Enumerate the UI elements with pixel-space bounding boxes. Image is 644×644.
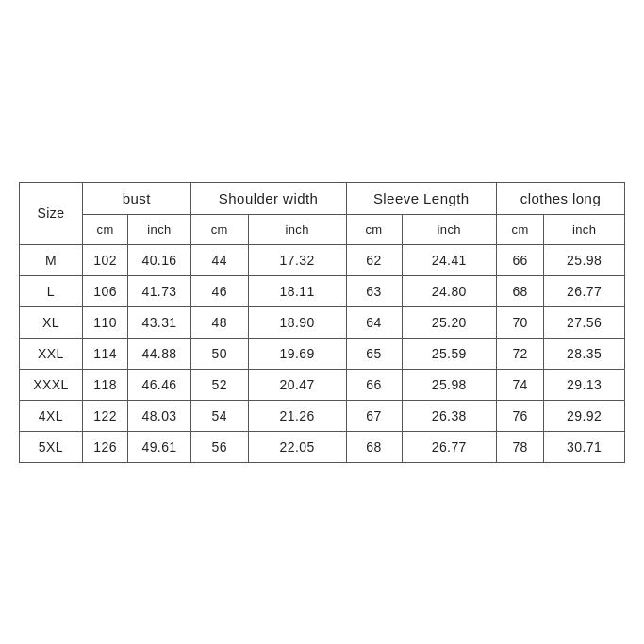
bust-header: bust [82,182,190,214]
bust-inch-cell: 46.46 [128,369,190,400]
table-row: 4XL12248.035421.266726.387629.92 [20,400,625,431]
clothes-long-header: clothes long [496,182,624,214]
table-row: M10240.164417.326224.416625.98 [20,244,625,275]
sleeve-inch-cell: 25.20 [402,306,496,338]
table-row: L10641.734618.116324.806826.77 [20,275,625,306]
shoulder-header: Shoulder width [190,182,346,214]
shoulder-inch-cell: 20.47 [248,369,346,400]
shoulder-cm-cell: 46 [190,275,248,306]
sleeve-inch-cell: 24.80 [402,275,496,306]
sleeve-inch-cell: 25.98 [402,369,496,400]
clothes-inch-header: inch [544,214,625,244]
bust-cm-cell: 118 [82,369,127,400]
bust-inch-cell: 43.31 [128,306,190,338]
bust-cm-header: cm [82,214,127,244]
size-cell: XL [20,306,83,338]
table-row: XL11043.314818.906425.207027.56 [20,306,625,338]
sleeve-cm-cell: 65 [346,338,402,369]
header-row-groups: Size bust Shoulder width Sleeve Length c… [20,182,625,214]
clothes-inch-cell: 30.71 [544,431,625,462]
clothes-cm-cell: 66 [496,244,543,275]
bust-inch-cell: 48.03 [128,400,190,431]
clothes-cm-header: cm [496,214,543,244]
table-row: 5XL12649.615622.056826.777830.71 [20,431,625,462]
shoulder-inch-cell: 18.90 [248,306,346,338]
table-row: XXL11444.885019.696525.597228.35 [20,338,625,369]
shoulder-inch-cell: 19.69 [248,338,346,369]
sleeve-header: Sleeve Length [346,182,496,214]
sleeve-cm-cell: 67 [346,400,402,431]
size-cell: 5XL [20,431,83,462]
clothes-cm-cell: 70 [496,306,543,338]
shoulder-inch-cell: 18.11 [248,275,346,306]
shoulder-cm-cell: 56 [190,431,248,462]
table-row: XXXL11846.465220.476625.987429.13 [20,369,625,400]
bust-inch-cell: 40.16 [128,244,190,275]
bust-cm-cell: 122 [82,400,127,431]
size-cell: L [20,275,83,306]
shoulder-cm-cell: 50 [190,338,248,369]
shoulder-inch-cell: 17.32 [248,244,346,275]
size-table-body: M10240.164417.326224.416625.98L10641.734… [20,244,625,462]
clothes-cm-cell: 78 [496,431,543,462]
size-cell: XXL [20,338,83,369]
shoulder-inch-header: inch [248,214,346,244]
bust-inch-cell: 49.61 [128,431,190,462]
shoulder-cm-cell: 52 [190,369,248,400]
bust-cm-cell: 102 [82,244,127,275]
shoulder-cm-header: cm [190,214,248,244]
clothes-inch-cell: 28.35 [544,338,625,369]
bust-inch-header: inch [128,214,190,244]
size-cell: XXXL [20,369,83,400]
size-chart-wrapper: Size bust Shoulder width Sleeve Length c… [0,163,644,482]
shoulder-cm-cell: 54 [190,400,248,431]
size-chart-table: Size bust Shoulder width Sleeve Length c… [19,182,625,463]
size-cell: 4XL [20,400,83,431]
sleeve-inch-header: inch [402,214,496,244]
bust-inch-cell: 41.73 [128,275,190,306]
clothes-inch-cell: 26.77 [544,275,625,306]
shoulder-inch-cell: 22.05 [248,431,346,462]
sleeve-inch-cell: 26.38 [402,400,496,431]
clothes-cm-cell: 74 [496,369,543,400]
clothes-cm-cell: 68 [496,275,543,306]
sleeve-inch-cell: 24.41 [402,244,496,275]
bust-cm-cell: 106 [82,275,127,306]
clothes-inch-cell: 29.13 [544,369,625,400]
sleeve-cm-header: cm [346,214,402,244]
sleeve-cm-cell: 66 [346,369,402,400]
clothes-cm-cell: 76 [496,400,543,431]
sleeve-cm-cell: 64 [346,306,402,338]
sleeve-cm-cell: 68 [346,431,402,462]
shoulder-cm-cell: 44 [190,244,248,275]
clothes-cm-cell: 72 [496,338,543,369]
bust-cm-cell: 126 [82,431,127,462]
sleeve-cm-cell: 63 [346,275,402,306]
bust-cm-cell: 114 [82,338,127,369]
sleeve-inch-cell: 26.77 [402,431,496,462]
bust-inch-cell: 44.88 [128,338,190,369]
sleeve-inch-cell: 25.59 [402,338,496,369]
size-cell: M [20,244,83,275]
size-header: Size [20,182,83,244]
clothes-inch-cell: 29.92 [544,400,625,431]
shoulder-inch-cell: 21.26 [248,400,346,431]
clothes-inch-cell: 27.56 [544,306,625,338]
header-row-units: cm inch cm inch cm inch cm inch [20,214,625,244]
bust-cm-cell: 110 [82,306,127,338]
shoulder-cm-cell: 48 [190,306,248,338]
clothes-inch-cell: 25.98 [544,244,625,275]
sleeve-cm-cell: 62 [346,244,402,275]
